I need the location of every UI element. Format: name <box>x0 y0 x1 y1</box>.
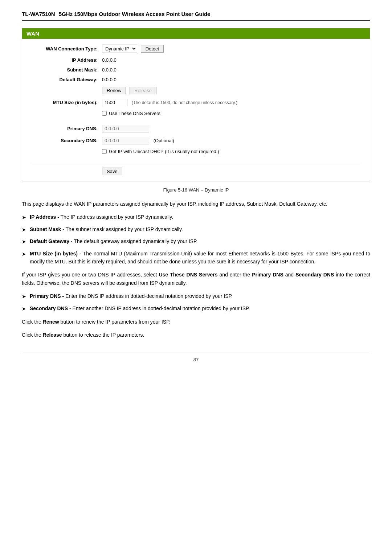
body-text-2-primary-bold: Primary DNS <box>252 272 283 278</box>
unicast-row: Get IP with Unicast DHCP (It is usually … <box>29 149 363 159</box>
save-row: Save <box>29 163 363 175</box>
list-item: ➤ IP Address - The IP address assigned b… <box>22 213 370 221</box>
connection-type-label: WAN Connection Type: <box>29 46 102 52</box>
bullet-text-5: Primary DNS - Enter the DNS IP address i… <box>30 292 370 300</box>
detect-button[interactable]: Detect <box>141 45 164 53</box>
release-button[interactable]: Release <box>130 87 156 94</box>
default-gateway-label: Default Gateway: <box>29 77 102 82</box>
bullet-term-5: Primary DNS - <box>30 293 64 299</box>
body-text-4-part2: button to release the IP parameters. <box>63 332 144 338</box>
renew-release-buttons: Renew Release <box>102 87 159 94</box>
body-text-4-bold: Release <box>43 332 62 338</box>
subnet-mask-value: 0.0.0.0 <box>102 67 117 73</box>
list-item: ➤ Secondary DNS - Enter another DNS IP a… <box>22 304 370 313</box>
default-gateway-value: 0.0.0.0 <box>102 77 117 82</box>
secondary-dns-row: Secondary DNS: (Optional) <box>29 137 363 144</box>
header-model: TL-WA7510N <box>22 11 55 17</box>
bullet-desc-2: The subnet mask assigned by your ISP dyn… <box>66 226 183 232</box>
body-text-2-secondary-bold: Secondary DNS <box>295 272 334 278</box>
connection-type-value: Dynamic IP Detect <box>102 45 166 53</box>
body-text-2-part3: and <box>285 272 295 278</box>
connection-type-row: WAN Connection Type: Dynamic IP Detect <box>29 45 363 53</box>
mtu-hint: (The default is 1500, do not change unle… <box>132 100 237 105</box>
list-item: ➤ Default Gateway - The default gateway … <box>22 237 370 246</box>
connection-type-select[interactable]: Dynamic IP <box>102 45 137 53</box>
bullet-arrow-icon: ➤ <box>22 213 26 221</box>
wan-panel: WAN WAN Connection Type: Dynamic IP Dete… <box>22 28 370 181</box>
bullet-term-2: Subnet Mask - <box>30 226 64 232</box>
primary-dns-input-container <box>102 125 149 132</box>
bullet-term-6: Secondary DNS - <box>30 305 71 311</box>
subnet-mask-label: Subnet Mask: <box>29 67 102 73</box>
dns-checkbox-row: Use These DNS Servers <box>29 111 363 120</box>
wan-section-title: WAN <box>22 28 370 39</box>
dns-checkbox-container: Use These DNS Servers <box>102 111 160 116</box>
body-text-2-bold: Use These DNS Servers <box>159 272 217 278</box>
list-item: ➤ MTU Size (in bytes) - The normal MTU (… <box>22 250 370 266</box>
bullet-text-4: MTU Size (in bytes) - The normal MTU (Ma… <box>30 250 370 266</box>
bullet-arrow-icon: ➤ <box>22 238 26 246</box>
dns-checkbox-label: Use These DNS Servers <box>109 111 160 116</box>
bullet-arrow-icon: ➤ <box>22 226 26 234</box>
bullet-arrow-icon: ➤ <box>22 305 26 313</box>
bullet-term-3: Default Gateway - <box>30 238 72 244</box>
renew-button[interactable]: Renew <box>102 87 126 94</box>
bullet-text-6: Secondary DNS - Enter another DNS IP add… <box>30 304 370 312</box>
figure-caption: Figure 5-16 WAN – Dynamic IP <box>22 187 370 193</box>
bullet-text-3: Default Gateway - The default gateway as… <box>30 237 370 245</box>
body-text-3-bold: Renew <box>43 319 59 325</box>
bullet-desc-3: The default gateway assigned dynamically… <box>74 238 197 244</box>
body-text-3: Click the Renew button to renew the IP p… <box>22 318 370 326</box>
mtu-input[interactable]: 1500 <box>102 99 127 106</box>
secondary-dns-input[interactable] <box>102 137 149 144</box>
body-text-1: This page displays the WAN IP parameters… <box>22 200 370 208</box>
bullet-term-4: MTU Size (in bytes) - <box>30 251 81 257</box>
bullet-arrow-icon: ➤ <box>22 250 26 258</box>
bullet-desc-6: Enter another DNS IP address in dotted-d… <box>72 305 250 311</box>
bullet-desc-1: The IP address assigned by your ISP dyna… <box>61 214 173 220</box>
ip-address-row: IP Address: 0.0.0.0 <box>29 57 363 63</box>
page-footer: 87 <box>22 354 370 362</box>
bullet-list-1: ➤ IP Address - The IP address assigned b… <box>22 213 370 266</box>
bullet-text-2: Subnet Mask - The subnet mask assigned b… <box>30 225 370 233</box>
unicast-checkbox-container: Get IP with Unicast DHCP (It is usually … <box>102 149 219 154</box>
mtu-label: MTU Size (in bytes): <box>29 100 102 105</box>
default-gateway-row: Default Gateway: 0.0.0.0 <box>29 77 363 82</box>
secondary-dns-label: Secondary DNS: <box>29 138 102 143</box>
unicast-label: Get IP with Unicast DHCP (It is usually … <box>109 149 219 154</box>
dns-checkbox[interactable] <box>102 111 107 116</box>
page-number: 87 <box>193 357 199 362</box>
body-text-2-part1: If your ISP gives you one or two DNS IP … <box>22 272 159 278</box>
bullet-desc-5: Enter the DNS IP address in dotted-decim… <box>65 293 233 299</box>
primary-dns-input[interactable] <box>102 125 149 132</box>
primary-dns-row: Primary DNS: <box>29 125 363 132</box>
body-text-3-part1: Click the <box>22 319 43 325</box>
body-text-2-part2: and enter the <box>219 272 252 278</box>
list-item: ➤ Primary DNS - Enter the DNS IP address… <box>22 292 370 300</box>
list-item: ➤ Subnet Mask - The subnet mask assigned… <box>22 225 370 234</box>
secondary-dns-optional: (Optional) <box>154 138 174 143</box>
bullet-term-1: IP Address - <box>30 214 59 220</box>
bullet-text-1: IP Address - The IP address assigned by … <box>30 213 370 221</box>
secondary-dns-input-container: (Optional) <box>102 137 174 144</box>
ip-address-label: IP Address: <box>29 57 102 63</box>
bullet-arrow-icon: ➤ <box>22 292 26 300</box>
mtu-value-container: 1500 (The default is 1500, do not change… <box>102 99 237 106</box>
mtu-row: MTU Size (in bytes): 1500 (The default i… <box>29 99 363 106</box>
body-text-2: If your ISP gives you one or two DNS IP … <box>22 271 370 287</box>
unicast-checkbox[interactable] <box>102 149 107 154</box>
bullet-list-2: ➤ Primary DNS - Enter the DNS IP address… <box>22 292 370 313</box>
body-text-4: Click the Release button to release the … <box>22 331 370 339</box>
renew-release-row: Renew Release <box>29 87 363 94</box>
save-button[interactable]: Save <box>102 168 122 175</box>
page-header: TL-WA7510N 5GHz 150Mbps Outdoor Wireless… <box>22 11 370 21</box>
subnet-mask-row: Subnet Mask: 0.0.0.0 <box>29 67 363 73</box>
header-title: 5GHz 150Mbps Outdoor Wireless Access Poi… <box>59 11 211 17</box>
body-text-3-part2: button to renew the IP parameters from y… <box>61 319 171 325</box>
body-text-4-part1: Click the <box>22 332 43 338</box>
wan-body: WAN Connection Type: Dynamic IP Detect I… <box>22 39 370 181</box>
primary-dns-label: Primary DNS: <box>29 126 102 131</box>
ip-address-value: 0.0.0.0 <box>102 57 117 63</box>
